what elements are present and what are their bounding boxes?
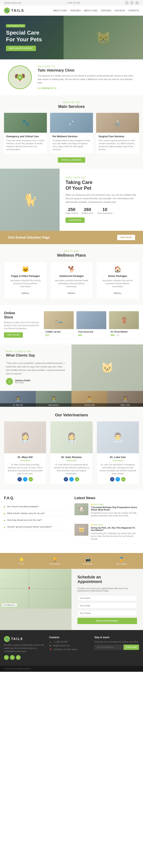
online-store-section: OnlineStore Browse our online store for … <box>0 305 143 344</box>
map-appointment-section: 📍 113 Albany St... Schedule anAppointmen… <box>0 569 143 630</box>
faq-item-3[interactable]: ▶ How long should we sit on the mat? <box>4 517 68 524</box>
care-description: When you bring your pet in for preventiv… <box>65 193 137 204</box>
faq-arrow-4: ▶ <box>4 526 5 528</box>
care-title: Taking CareOf Your Pet <box>65 180 137 191</box>
service-content-2: Pet Wellness Services Complete wellness … <box>50 133 93 153</box>
welcome-section: 🐶 ▶ Welcome to Tails Veterinary Clinic T… <box>0 59 143 95</box>
vet-desc-1: Dr. Mary Gill has been providing veterin… <box>6 463 44 475</box>
stat-item-1: ⭐ STATS <box>6 557 37 565</box>
vet-image-1: 👩‍⚕️ <box>4 422 46 453</box>
faq-item-2[interactable]: ▶ What should I always carry for my cat? <box>4 510 68 517</box>
vet-facebook-3[interactable]: f <box>110 477 114 482</box>
vet-twitter-1[interactable]: t <box>23 477 27 482</box>
nav-features2[interactable]: FEATURES <box>101 9 111 12</box>
hero-image: 😸 <box>63 16 143 59</box>
testimonials-tag: What Clients Say <box>6 350 65 352</box>
care-stat-1: 250 Happy Clients <box>65 207 78 214</box>
news-image-2: 🐱 <box>75 524 88 536</box>
welcome-description: The purpose of a health conscious is not… <box>38 74 135 85</box>
logo-text: TAILS <box>11 8 24 13</box>
footer-phone-text: +1 800 123 456 <box>54 641 67 643</box>
vet-role-2: Veterinarian <box>53 459 90 462</box>
appointment-name-input[interactable] <box>78 595 137 601</box>
service-card-1: 🐾 Emergency and Critical Care If your pe… <box>4 113 47 153</box>
plan-title-2: Adolescent Packages <box>54 275 89 277</box>
footer-instagram-icon[interactable]: in <box>16 655 21 660</box>
footer-bottom: © 2020 Tails. All Rights Reserved. <box>0 666 143 672</box>
facebook-icon[interactable]: f <box>125 1 129 5</box>
plan-icon-3: 🏠 <box>100 266 135 273</box>
nav-about[interactable]: ABOUT CLINIC <box>53 9 67 12</box>
footer-twitter-icon[interactable]: t <box>10 655 15 660</box>
map-address-label: 113 Albany St... <box>2 603 17 607</box>
vet-twitter-3[interactable]: t <box>116 477 120 482</box>
site-logo[interactable]: 🐾 TAILS <box>4 7 24 13</box>
plan-icon-1: 🐱 <box>8 266 43 273</box>
nav-clinic[interactable]: ABOUT CLINIC <box>84 9 98 12</box>
view-all-services-button[interactable]: VIEW ALL SERVICES <box>58 157 85 163</box>
faq-arrow-2: ▶ <box>4 513 5 515</box>
instagram-icon[interactable]: in <box>135 1 139 5</box>
faq-item-4[interactable]: ▶ Should I get pet insurance before vacc… <box>4 524 68 530</box>
care-stats: 250 Happy Clients 260 Healthy Pets 10 Ye… <box>65 207 137 214</box>
nav-blog[interactable]: OUR BLOG <box>115 9 125 12</box>
author-name: Jackson Smith <box>15 379 30 381</box>
vet-linkedin-2[interactable]: in <box>75 477 79 482</box>
product-name-2: Cozy tissue bed <box>78 331 105 333</box>
footer-facebook-icon[interactable]: f <box>4 655 9 660</box>
twitter-icon[interactable]: t <box>130 1 134 5</box>
hero-cta-button[interactable]: MAKE AN APPOINTMENT <box>6 46 36 51</box>
vet-facebook-1[interactable]: f <box>18 477 22 482</box>
news-image-1: 🐶 <box>75 503 88 515</box>
stat-item-3: 📷 Photography <box>73 557 104 565</box>
faq-item-1[interactable]: ▶ Are Virtual Consulting Available? <box>4 503 68 510</box>
team-photo-label-4: Cathy Jones <box>107 403 143 407</box>
vet-twitter-2[interactable]: t <box>69 477 74 482</box>
product-price-2: $89 <box>78 334 82 337</box>
footer-newsletter: Stay in touch Subscribe to our newslette… <box>94 636 139 660</box>
footer-phone: 📞 +1 800 123 456 <box>49 641 91 643</box>
main-services-section: What We Do Main Services 🐾 Emergency and… <box>0 95 143 168</box>
product-old-price-3: $89 <box>116 334 120 337</box>
phone-icon: 📞 <box>49 641 52 643</box>
faq-text-1: Are Virtual Consulting Available? <box>7 505 39 508</box>
news-excerpt-1: Preparations ensure your dog has a happy… <box>91 512 139 517</box>
service-content-1: Emergency and Critical Care If your pet … <box>4 133 47 153</box>
nav-features[interactable]: FEATURES <box>70 9 81 12</box>
service-image-1: 🐾 <box>4 113 47 133</box>
plan-price-2: $24/mo <box>54 290 89 295</box>
faq-title: F.A.Q. <box>4 496 68 500</box>
care-stat-3: 10 Years Experience <box>97 207 113 214</box>
stat-icon-4: 🏅 <box>106 557 137 562</box>
stat-item-2: 🏆 Responsibility <box>39 557 71 565</box>
news-title-1[interactable]: 7 Essential Birthday Dog Preparations Ev… <box>91 506 139 511</box>
welcome-tag: Welcome to <box>38 65 135 67</box>
testimonial-image: 🐱 <box>72 344 143 391</box>
vet-name-2: Dr. Kate Stevens <box>53 456 90 459</box>
vet-linkedin-3[interactable]: in <box>121 477 125 482</box>
nav-contacts[interactable]: CONTACTS <box>128 9 139 12</box>
welcome-text: Welcome to Tails Veterinary Clinic The p… <box>38 65 135 89</box>
vet-image-3: 👨‍⚕️ <box>97 422 139 453</box>
news-title-2[interactable]: Giving Up Pets, Uh, Has This Happened To… <box>91 527 139 531</box>
product-image-3: 🧣 <box>109 311 139 329</box>
appointment-phone-input[interactable] <box>78 610 137 616</box>
product-info-2: Cozy tissue bed $89 <box>77 329 106 338</box>
hero-title: Special CareFor Your Pets <box>6 29 42 43</box>
vet-linkedin-1[interactable]: in <box>29 477 33 482</box>
store-button[interactable]: VIEW STORE <box>4 332 23 338</box>
vet-info-3: Dr. Luke Can Veterinarian Dr. Luke Can s… <box>97 453 139 484</box>
store-title: OnlineStore <box>4 311 40 319</box>
newsletter-subscribe-button[interactable]: SUBSCRIBE <box>123 645 139 650</box>
care-button[interactable]: KNOW MORE <box>65 217 85 223</box>
newsletter-email-input[interactable] <box>94 645 123 650</box>
care-image: 🐈 <box>0 168 60 231</box>
volunteer-button[interactable]: VIEW MORE <box>117 235 135 240</box>
testimonial-left: What Clients Say What Clients Say "They … <box>0 344 72 391</box>
services-title: Main Services <box>4 104 139 109</box>
faq-news-section: F.A.Q. ▶ Are Virtual Consulting Availabl… <box>0 490 143 553</box>
appointment-submit-button[interactable]: BOOK APPOINTMENT <box>78 618 137 624</box>
appointment-email-input[interactable] <box>78 602 137 609</box>
news-section: Latest News 🐶 ⭐ Best Collage 7 Essential… <box>75 496 139 547</box>
vet-facebook-2[interactable]: f <box>64 477 68 482</box>
